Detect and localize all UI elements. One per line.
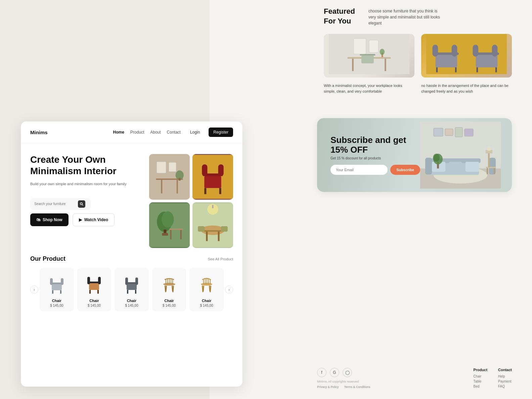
svg-rect-9	[169, 162, 176, 172]
facebook-icon[interactable]: f	[317, 368, 326, 377]
featured-section: Featured For You choose some furniture t…	[324, 7, 512, 102]
watch-video-button[interactable]: ▶ Watch Video	[73, 213, 115, 226]
product-price-2: $ 145,00	[88, 304, 101, 307]
privacy-link[interactable]: Privacy & Policy	[317, 385, 339, 389]
footer-chair-link[interactable]: Chair	[473, 375, 487, 378]
subscribe-title: Subscribe and get 15% OFF	[330, 135, 420, 154]
search-input[interactable]	[34, 202, 78, 206]
product-image-3	[120, 272, 143, 296]
register-button[interactable]: Register	[209, 128, 233, 137]
svg-rect-75	[385, 59, 386, 71]
svg-rect-50	[127, 290, 128, 294]
svg-rect-66	[208, 279, 209, 284]
svg-rect-114	[464, 129, 473, 136]
featured-image-1	[324, 34, 414, 78]
product-name-1: Chair	[52, 299, 61, 303]
footer-bed-link[interactable]: Bed	[473, 385, 487, 388]
svg-rect-43	[98, 277, 101, 284]
svg-rect-35	[52, 284, 62, 290]
svg-rect-63	[203, 280, 204, 284]
product-card-3[interactable]: Chair $ 145,00	[115, 268, 149, 311]
svg-rect-12	[204, 176, 221, 188]
footer-product-column: Product Chair Table Bed	[473, 368, 487, 390]
search-button[interactable]	[78, 200, 85, 208]
svg-line-1	[82, 204, 83, 205]
footer-table-link[interactable]: Table	[473, 380, 487, 383]
svg-rect-22	[170, 229, 183, 230]
svg-rect-91	[436, 67, 438, 72]
svg-rect-27	[212, 205, 213, 208]
svg-rect-16	[219, 188, 221, 194]
product-name-2: Chair	[89, 299, 99, 303]
footer-copyright: Minims. All copyrights reserved	[317, 380, 473, 383]
svg-rect-103	[449, 162, 462, 172]
featured-captions: With a minimalist concept, your workplac…	[324, 83, 512, 94]
subscribe-button[interactable]: Subscribe	[390, 165, 420, 175]
product-name-4: Chair	[165, 299, 174, 303]
svg-rect-29	[201, 230, 224, 232]
hero-images-grid	[149, 154, 233, 248]
product-image-5	[195, 272, 218, 296]
footer-product-title: Product	[473, 368, 487, 372]
carousel-prev-button[interactable]: ‹	[30, 286, 38, 294]
svg-rect-100	[425, 158, 432, 174]
svg-rect-48	[125, 278, 128, 285]
svg-rect-107	[494, 168, 495, 174]
svg-rect-53	[166, 280, 166, 284]
svg-rect-78	[354, 39, 366, 54]
svg-rect-31	[218, 232, 220, 241]
svg-rect-89	[473, 45, 478, 56]
google-icon[interactable]: G	[330, 368, 339, 377]
footer-help-link[interactable]: Help	[498, 375, 512, 378]
shop-now-button[interactable]: 🛍 Shop Now	[30, 213, 69, 226]
product-carousel: ‹ Chair $ 145,00	[30, 268, 233, 311]
subscribe-card: Subscribe and get 15% OFF Get 15 % disco…	[317, 118, 512, 192]
svg-rect-38	[52, 290, 53, 294]
product-image-4	[158, 272, 181, 296]
footer-payment-link[interactable]: Payment	[498, 380, 512, 383]
hero-image-2	[192, 154, 233, 200]
svg-rect-15	[204, 188, 206, 194]
svg-rect-65	[207, 278, 207, 284]
subscribe-email-input[interactable]	[330, 165, 388, 175]
nav-about[interactable]: About	[150, 130, 161, 135]
svg-rect-13	[202, 164, 207, 176]
svg-rect-108	[488, 152, 490, 167]
nav-product[interactable]: Product	[130, 130, 144, 135]
svg-rect-111	[434, 128, 443, 136]
svg-rect-74	[352, 59, 354, 71]
product-card-2[interactable]: Chair $ 145,00	[77, 268, 112, 311]
svg-rect-64	[205, 279, 206, 284]
terms-link[interactable]: Terms & Conditions	[344, 385, 370, 389]
svg-rect-33	[221, 226, 228, 232]
svg-rect-79	[369, 40, 379, 53]
product-card-1[interactable]: Chair $ 145,00	[40, 268, 74, 311]
svg-rect-30	[206, 232, 208, 241]
svg-rect-14	[218, 164, 224, 176]
footer-faq-link[interactable]: FAQ	[498, 385, 512, 388]
svg-rect-51	[135, 290, 136, 294]
login-button[interactable]: Login	[190, 130, 200, 135]
subscribe-subtitle: Get 15 % discount for all products	[330, 156, 420, 160]
nav-contact[interactable]: Contact	[167, 130, 181, 135]
featured-caption-2: no hassle in the arrangement of the plac…	[421, 83, 512, 94]
svg-rect-113	[455, 128, 462, 137]
svg-rect-90	[492, 45, 498, 56]
featured-images-grid	[324, 34, 512, 78]
product-card-5[interactable]: Chair $ 145,00	[189, 268, 224, 311]
nav-home[interactable]: Home	[113, 130, 124, 135]
instagram-icon[interactable]: ◯	[343, 368, 352, 377]
hero-section: Create Your Own Minimalism Interior Buil…	[21, 143, 242, 248]
see-all-link[interactable]: See All Product	[208, 257, 233, 261]
hero-image-4	[192, 202, 233, 248]
search-bar[interactable]	[30, 198, 91, 210]
svg-rect-110	[487, 147, 491, 151]
our-product-title: Our Product	[30, 255, 65, 262]
svg-rect-7	[179, 178, 181, 181]
svg-rect-112	[445, 129, 453, 136]
svg-rect-32	[198, 226, 205, 232]
product-card-4[interactable]: Chair $ 145,00	[152, 268, 186, 311]
carousel-next-button[interactable]: ›	[225, 286, 233, 294]
svg-rect-24	[180, 230, 182, 239]
featured-caption-1: With a minimalist concept, your workplac…	[324, 83, 414, 94]
